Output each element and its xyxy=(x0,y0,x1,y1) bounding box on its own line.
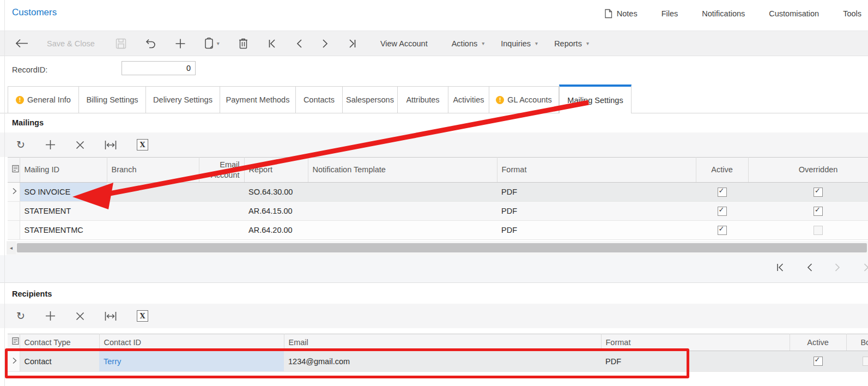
row-selector[interactable] xyxy=(8,351,20,372)
contact-id-link[interactable]: Terry xyxy=(104,357,121,366)
cell-contact-id[interactable]: Terry xyxy=(99,351,284,372)
tab-payment-methods[interactable]: Payment Methods xyxy=(220,86,296,113)
fit-width-button[interactable] xyxy=(105,311,117,321)
tab-contacts[interactable]: Contacts xyxy=(296,86,343,113)
cell-format[interactable]: PDF xyxy=(497,183,696,202)
scroll-left-button[interactable]: ◂ xyxy=(7,242,16,254)
scrollbar-thumb[interactable] xyxy=(17,243,867,252)
save-button[interactable] xyxy=(116,38,126,49)
tab-gl-accounts[interactable]: !GL Accounts xyxy=(489,86,559,113)
grid-settings-button[interactable] xyxy=(8,158,20,183)
cell-report[interactable]: AR.64.15.00 xyxy=(244,202,308,221)
add-row-button[interactable] xyxy=(45,311,56,321)
last-record-button[interactable] xyxy=(348,39,357,49)
actions-menu[interactable]: Actions ▾ xyxy=(452,39,485,48)
cell-format[interactable]: PDF xyxy=(497,221,696,240)
view-account-button[interactable]: View Account xyxy=(380,39,428,48)
table-row[interactable]: ContactTerry1234@gmail.comPDF xyxy=(8,351,868,372)
column-header-overridden[interactable]: Overridden xyxy=(748,158,868,183)
column-header-active[interactable]: Active xyxy=(790,334,846,351)
column-header-email[interactable]: Email xyxy=(284,334,601,351)
add-row-button[interactable] xyxy=(45,140,56,150)
refresh-button[interactable]: ↻ xyxy=(16,311,25,321)
cell-branch[interactable] xyxy=(107,183,199,202)
fit-width-button[interactable] xyxy=(105,140,117,150)
export-excel-button[interactable]: X xyxy=(137,310,148,322)
cell-mailing-id[interactable]: SO INVOICE xyxy=(20,183,107,202)
first-page-button[interactable] xyxy=(775,263,785,272)
reports-menu[interactable]: Reports ▾ xyxy=(554,39,589,48)
grid-settings-button[interactable] xyxy=(8,334,20,351)
cell-format[interactable]: PDF xyxy=(497,202,696,221)
active-checkbox[interactable] xyxy=(718,207,727,216)
cell-notification-template[interactable] xyxy=(308,221,497,240)
delete-row-button[interactable] xyxy=(76,312,84,321)
tab-attributes[interactable]: Attributes xyxy=(398,86,448,113)
tools-button[interactable]: Tools xyxy=(843,9,861,18)
cell-email-account[interactable] xyxy=(199,202,244,221)
record-id-input[interactable] xyxy=(122,61,196,75)
delete-button[interactable] xyxy=(238,38,248,49)
row-selector[interactable] xyxy=(8,221,20,240)
save-close-button[interactable]: Save & Close xyxy=(47,39,95,48)
tab-mailing-settings[interactable]: Mailing Settings xyxy=(559,85,632,113)
cell-contact-type[interactable]: Contact xyxy=(20,351,99,372)
notes-button[interactable]: Notes xyxy=(604,9,638,19)
tab-activities[interactable]: Activities xyxy=(448,86,489,113)
column-header-bcc[interactable]: Bcc xyxy=(846,334,868,351)
row-selector[interactable] xyxy=(8,183,20,202)
overridden-checkbox[interactable] xyxy=(814,188,823,197)
notifications-button[interactable]: Notifications xyxy=(702,9,745,18)
back-button[interactable] xyxy=(15,39,28,48)
column-header-notification-template[interactable]: Notification Template xyxy=(308,158,497,183)
column-header-email-account[interactable]: Email Account xyxy=(199,158,244,183)
refresh-button[interactable]: ↻ xyxy=(16,140,25,150)
overridden-checkbox[interactable] xyxy=(814,226,823,235)
previous-page-button[interactable] xyxy=(806,263,813,272)
active-checkbox[interactable] xyxy=(718,226,727,235)
column-header-mailing-id[interactable]: Mailing ID xyxy=(20,158,107,183)
inquiries-menu[interactable]: Inquiries ▾ xyxy=(501,39,538,48)
add-record-button[interactable] xyxy=(175,38,186,49)
cell-mailing-id[interactable]: STATEMENTMC xyxy=(20,221,107,240)
bcc-checkbox[interactable] xyxy=(863,357,868,366)
overridden-checkbox[interactable] xyxy=(814,207,823,216)
copy-paste-button[interactable]: ▾ xyxy=(204,38,220,49)
column-header-contact-type[interactable]: Contact Type xyxy=(20,334,99,351)
column-header-format[interactable]: Format xyxy=(497,158,696,183)
column-header-branch[interactable]: Branch xyxy=(107,158,199,183)
next-record-button[interactable] xyxy=(321,39,329,49)
previous-record-button[interactable] xyxy=(295,39,303,49)
tab-billing-settings[interactable]: Billing Settings xyxy=(79,86,146,113)
cell-email-account[interactable] xyxy=(199,183,244,202)
column-header-contact-id[interactable]: Contact ID xyxy=(99,334,284,351)
delete-row-button[interactable] xyxy=(76,141,84,149)
cell-format[interactable]: PDF xyxy=(601,351,790,372)
customisation-button[interactable]: Customisation xyxy=(769,9,819,18)
undo-button[interactable] xyxy=(145,38,156,49)
active-checkbox[interactable] xyxy=(814,357,823,366)
cell-email-account[interactable] xyxy=(199,221,244,240)
row-selector[interactable] xyxy=(8,202,20,221)
column-header-report[interactable]: Report xyxy=(244,158,308,183)
table-row[interactable]: STATEMENTAR.64.15.00PDF xyxy=(8,202,868,221)
cell-branch[interactable] xyxy=(107,221,199,240)
column-header-active[interactable]: Active xyxy=(696,158,748,183)
cell-report[interactable]: AR.64.20.00 xyxy=(244,221,308,240)
cell-notification-template[interactable] xyxy=(308,183,497,202)
active-checkbox[interactable] xyxy=(718,188,727,197)
next-page-button[interactable] xyxy=(834,263,841,272)
cell-report[interactable]: SO.64.30.00 xyxy=(244,183,308,202)
files-button[interactable]: Files xyxy=(661,9,678,18)
export-excel-button[interactable]: X xyxy=(137,139,148,150)
cell-branch[interactable] xyxy=(107,202,199,221)
cell-email[interactable]: 1234@gmail.com xyxy=(284,351,601,372)
last-page-button[interactable] xyxy=(863,263,868,272)
cell-mailing-id[interactable]: STATEMENT xyxy=(20,202,107,221)
tab-general-info[interactable]: !General Info xyxy=(8,86,79,113)
column-header-format[interactable]: Format xyxy=(601,334,790,351)
tab-salespersons[interactable]: Salespersons xyxy=(343,86,398,113)
table-row[interactable]: SO INVOICESO.64.30.00PDF xyxy=(8,183,868,202)
table-row[interactable]: STATEMENTMCAR.64.20.00PDF xyxy=(8,221,868,240)
first-record-button[interactable] xyxy=(267,39,277,49)
